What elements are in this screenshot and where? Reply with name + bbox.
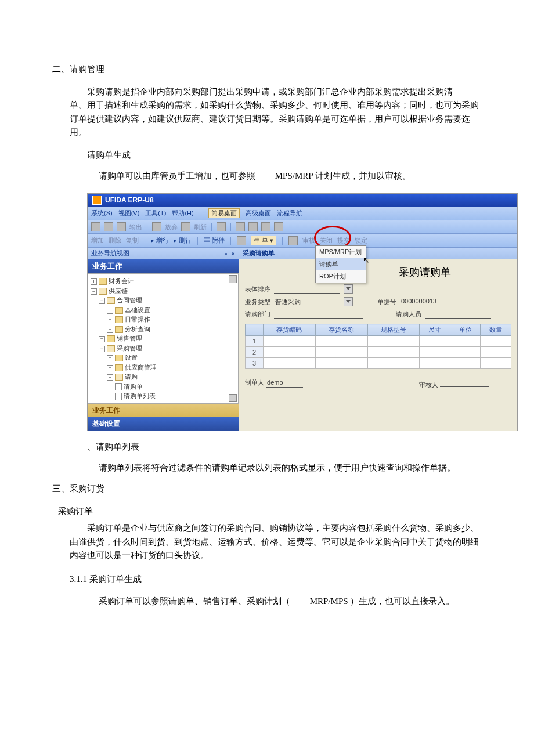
btn-close[interactable]: 关闭 xyxy=(320,236,333,245)
separator xyxy=(211,223,212,231)
desktop-classic[interactable]: 高级桌面 xyxy=(246,209,271,218)
generate-dropdown: MPS/MRP计划 请购单 ROP计划 xyxy=(315,245,366,283)
tree-sales[interactable]: 销售管理 xyxy=(117,335,142,342)
tree-query[interactable]: 分析查询 xyxy=(125,325,150,332)
btn-commit[interactable]: 提交 xyxy=(337,236,350,245)
gen-item-mps[interactable]: MPS/MRP计划 xyxy=(316,246,366,258)
maker-value: demo xyxy=(266,379,303,388)
section2-title: 二、请购管理 xyxy=(52,64,482,75)
tree-contract[interactable]: 合同管理 xyxy=(117,296,142,303)
btn-insrow[interactable]: ▸ 增行 xyxy=(151,236,169,245)
billno-label: 单据号 xyxy=(377,298,396,306)
section2-para: 采购请购是指企业内部向采购部门提出采购申请，或采购部门汇总企业内部采购需求提出采… xyxy=(52,85,482,139)
app-title: UFIDA ERP-U8 xyxy=(105,196,154,204)
sort-dropdown-icon[interactable] xyxy=(344,284,353,294)
menu-help[interactable]: 帮助(H) xyxy=(172,209,193,218)
tree-req[interactable]: 请购 xyxy=(125,373,138,380)
table-row[interactable]: 1 xyxy=(246,336,511,347)
scroll-down-icon[interactable] xyxy=(229,394,237,402)
person-field[interactable] xyxy=(425,310,491,319)
tree-base[interactable]: 基础设置 xyxy=(125,306,150,313)
menubar: 系统(S) 视图(V) 工具(T) 帮助(H) 简易桌面 高级桌面 流程导航 xyxy=(88,207,517,220)
misc-icon[interactable] xyxy=(217,222,226,231)
nav-tab-work[interactable]: 业务工作 xyxy=(88,404,239,417)
tree-vendor[interactable]: 供应商管理 xyxy=(125,364,157,371)
biztype-label: 业务类型 xyxy=(245,298,270,306)
desktop-simple[interactable]: 简易桌面 xyxy=(208,208,240,218)
tree-purchase[interactable]: 采购管理 xyxy=(117,345,142,352)
nav-tab-base[interactable]: 基础设置 xyxy=(88,417,239,431)
scroll-up-icon[interactable] xyxy=(229,275,237,283)
po-gen-body-a: 采购订单可以参照请购单、销售订单、采购计划（ xyxy=(99,596,308,606)
btn-giveup[interactable]: 放弃 xyxy=(165,223,178,231)
separator xyxy=(147,223,147,231)
biztype-value[interactable]: 普通采购 xyxy=(274,298,340,306)
tree-reqlist[interactable]: 请购单列表 xyxy=(124,392,156,399)
po-gen-num: 3.1.1 xyxy=(70,574,87,584)
sort-field[interactable] xyxy=(274,285,340,294)
btn-lock[interactable]: 锁定 xyxy=(355,236,367,245)
gen-icon[interactable] xyxy=(237,236,246,245)
nav-tree[interactable]: +财务会计 −供应链 −合同管理 +基础设置 +日常操作 +分析查询 xyxy=(88,273,239,404)
gen-item-rop[interactable]: ROP计划 xyxy=(316,270,366,283)
col-name[interactable]: 存货名称 xyxy=(315,324,367,336)
auditor-value xyxy=(440,378,489,387)
last-icon[interactable] xyxy=(274,222,283,231)
btn-attach[interactable]: ▤ 附件 xyxy=(204,236,225,245)
btn-output[interactable]: 输出 xyxy=(129,223,142,231)
po-gen-body-c: ）生成，也可以直接录入。 xyxy=(350,596,454,606)
person-label: 请购人员 xyxy=(396,310,421,319)
refresh-icon[interactable] xyxy=(181,222,190,231)
export-icon[interactable] xyxy=(117,222,126,231)
btn-del[interactable]: 删除 xyxy=(109,236,121,245)
nav-header: 业务导航视图 ▫ × xyxy=(88,248,239,259)
table-row[interactable]: 2 xyxy=(246,347,511,358)
misc2-icon[interactable] xyxy=(288,236,298,245)
dept-field[interactable] xyxy=(274,310,363,319)
separator xyxy=(145,237,145,245)
table-row[interactable]: 3 xyxy=(246,358,511,369)
col-spec[interactable]: 规格型号 xyxy=(367,324,420,336)
erp-screenshot: UFIDA ERP-U8 系统(S) 视图(V) 工具(T) 帮助(H) 简易桌… xyxy=(87,193,518,431)
nav-panel: 业务导航视图 ▫ × 业务工作 +财务会计 −供应链 −合同管理 xyxy=(88,248,239,431)
section3-title: 三、采购订货 xyxy=(52,483,482,494)
col-qty[interactable]: 数量 xyxy=(481,324,511,336)
menu-system[interactable]: 系统(S) xyxy=(91,209,113,218)
tree-financial[interactable]: 财务会计 xyxy=(109,277,134,284)
biztype-dropdown-icon[interactable] xyxy=(344,297,353,306)
menu-view[interactable]: 视图(V) xyxy=(118,209,140,218)
po-title: 采购订单 xyxy=(58,505,482,518)
btn-copy[interactable]: 复制 xyxy=(126,236,139,245)
prev-icon[interactable] xyxy=(248,222,258,231)
desktop-flow[interactable]: 流程导航 xyxy=(277,209,302,218)
next-icon[interactable] xyxy=(261,222,270,231)
billno-value[interactable]: 0000000013 xyxy=(400,298,466,306)
separator xyxy=(230,237,231,245)
tree-reqbill[interactable]: 请购单 xyxy=(124,383,143,390)
tree-daily[interactable]: 日常操作 xyxy=(125,316,150,323)
detail-grid[interactable]: 存货编码 存货名称 规格型号 尺寸 单位 数量 1 2 3 xyxy=(245,324,511,369)
btn-generate[interactable]: 生 单 ▾ xyxy=(251,236,276,245)
col-size[interactable]: 尺寸 xyxy=(420,324,450,336)
btn-refresh[interactable]: 刷新 xyxy=(194,223,207,231)
maker-label: 制单人 xyxy=(245,379,264,386)
print-icon[interactable] xyxy=(91,222,100,231)
form-title: 采购请购单 xyxy=(239,259,517,283)
main-panel: 采购请购单 采购请购单 表体排序 业务类型 普通采购 单据号 000000001… xyxy=(239,248,517,431)
col-unit[interactable]: 单位 xyxy=(450,324,481,336)
doc-tab[interactable]: 采购请购单 xyxy=(239,248,517,259)
col-code[interactable]: 存货编码 xyxy=(264,324,316,336)
pin-icon[interactable]: ▫ xyxy=(225,250,228,257)
req-gen-body-c: 计划生成，并加以审核。 xyxy=(315,171,411,180)
menu-tool[interactable]: 工具(T) xyxy=(145,209,166,218)
tree-scm[interactable]: 供应链 xyxy=(109,287,128,294)
first-icon[interactable] xyxy=(236,222,245,231)
preview-icon[interactable] xyxy=(104,222,113,231)
close-icon[interactable]: × xyxy=(232,250,235,257)
btn-audit[interactable]: 审核 xyxy=(302,236,315,245)
btn-add[interactable]: 增加 xyxy=(91,236,104,245)
btn-delrow[interactable]: ▸ 删行 xyxy=(174,236,192,245)
giveup-icon[interactable] xyxy=(152,222,161,231)
tree-setup[interactable]: 设置 xyxy=(125,354,138,361)
gen-item-req[interactable]: 请购单 xyxy=(316,258,366,270)
